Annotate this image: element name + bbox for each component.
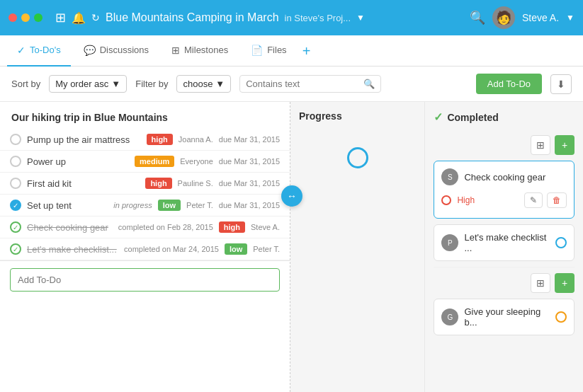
todo-assignee-5: Steve A. bbox=[251, 223, 280, 231]
todo-name-3: First aid kit bbox=[27, 178, 140, 189]
progress-column: Progress bbox=[290, 102, 425, 392]
section-title: Our hiking trip in Blue Mountains bbox=[0, 102, 290, 129]
todo-assignee-3: Pauline S. bbox=[178, 179, 213, 188]
toolbar: Sort by My order asc ▼ Filter by choose … bbox=[0, 67, 583, 102]
bell-icon[interactable]: 🔔 bbox=[72, 11, 86, 25]
task-avatar: S bbox=[441, 168, 458, 185]
tab-milestones-label: Milestones bbox=[184, 45, 228, 55]
lets-make-avatar: P bbox=[441, 234, 458, 251]
delete-button[interactable]: 🗑 bbox=[547, 192, 567, 208]
move-button[interactable]: ⊞ bbox=[531, 135, 550, 155]
todo-name-5: Check cooking gear bbox=[27, 222, 113, 233]
bottom-add-icon: + bbox=[562, 277, 567, 289]
todo-due-6: completed on Mar 24, 2015 bbox=[124, 245, 219, 253]
tab-milestones[interactable]: ⊞ Milestones bbox=[162, 35, 238, 67]
add-to-completed-button[interactable]: + bbox=[555, 135, 574, 155]
user-chevron-icon[interactable]: ▼ bbox=[566, 13, 574, 23]
todo-item[interactable]: Pump up the air mattress high Joanna A. … bbox=[0, 129, 290, 151]
todo-item[interactable]: ✓ Check cooking gear completed on Feb 28… bbox=[0, 217, 290, 238]
todo-priority-4: low bbox=[158, 200, 181, 211]
task-card-row: S Check cooking gear bbox=[441, 168, 567, 185]
filter-label: Filter by bbox=[135, 79, 168, 89]
delete-icon: 🗑 bbox=[553, 195, 561, 205]
filter-select[interactable]: choose ▼ bbox=[176, 75, 231, 93]
header-right: 🔍 🧑 Steve A. ▼ bbox=[470, 6, 574, 29]
resize-handle[interactable]: ↔ bbox=[281, 185, 302, 207]
todo-status-4: in progress bbox=[113, 201, 152, 209]
bottom-add-button[interactable]: + bbox=[555, 273, 574, 293]
todo-name-2: Power up bbox=[27, 156, 129, 167]
edit-button[interactable]: ✎ bbox=[524, 192, 543, 208]
minimize-btn[interactable] bbox=[21, 13, 30, 22]
edit-icon: ✎ bbox=[530, 195, 537, 205]
download-button[interactable]: ⬇ bbox=[550, 74, 572, 94]
task-card-name: Check cooking gear bbox=[464, 172, 567, 183]
progress-header: Progress bbox=[299, 110, 416, 126]
todo-item[interactable]: ✓ Set up tent in progress low Peter T. d… bbox=[0, 195, 290, 217]
todo-priority-2: medium bbox=[135, 156, 174, 167]
todo-check-1 bbox=[10, 134, 21, 145]
main-content: Our hiking trip in Blue Mountains Pump u… bbox=[0, 102, 583, 392]
progress-label: Progress bbox=[299, 110, 342, 122]
search-wrap: 🔍 bbox=[239, 75, 381, 93]
todo-check-2 bbox=[10, 156, 21, 167]
add-todo-input[interactable] bbox=[10, 268, 280, 292]
bottom-section: ⊞ + G Give your sleeping b... bbox=[434, 267, 574, 335]
sort-select[interactable]: My order asc ▼ bbox=[49, 75, 127, 93]
project-subtitle: in Steve's Proj... bbox=[285, 13, 351, 23]
todo-check-5: ✓ bbox=[10, 221, 21, 233]
tab-discussions-label: Discussions bbox=[100, 45, 149, 55]
give-sleeping-avatar-text: G bbox=[448, 313, 453, 321]
close-btn[interactable] bbox=[9, 13, 17, 22]
todo-name-1: Pump up the air mattress bbox=[27, 134, 141, 145]
give-sleeping-circle bbox=[555, 311, 567, 323]
completed-top-actions: ⊞ + bbox=[434, 135, 574, 155]
lets-make-card[interactable]: P Let's make checklist ... bbox=[434, 224, 574, 261]
add-tab-button[interactable]: + bbox=[302, 44, 311, 58]
todo-priority-1: high bbox=[147, 134, 173, 145]
chevron-down-icon[interactable]: ▼ bbox=[356, 13, 365, 23]
priority-label: High bbox=[457, 195, 519, 205]
loading-icon: ↻ bbox=[91, 12, 100, 23]
tab-discussions[interactable]: 💬 Discussions bbox=[74, 35, 159, 67]
todo-item[interactable]: ✓ Let's make checklist... completed on M… bbox=[0, 238, 290, 260]
todo-due-4: due Mar 31, 2015 bbox=[219, 201, 280, 209]
tab-todos[interactable]: ✓ To-Do's bbox=[7, 35, 71, 67]
grid-icon: ⊞ bbox=[55, 10, 66, 25]
right-columns: Progress ✓ Completed ⊞ bbox=[290, 102, 583, 392]
sort-label: Sort by bbox=[11, 79, 40, 89]
todo-item[interactable]: First aid kit high Pauline S. due Mar 31… bbox=[0, 173, 290, 195]
maximize-btn[interactable] bbox=[34, 13, 43, 22]
todo-due-5: completed on Feb 28, 2015 bbox=[118, 223, 213, 231]
milestones-icon: ⊞ bbox=[171, 45, 180, 56]
tab-files[interactable]: 📄 Files bbox=[241, 35, 296, 67]
check-cooking-card[interactable]: S Check cooking gear High ✎ 🗑 bbox=[434, 161, 574, 219]
discussions-icon: 💬 bbox=[84, 45, 96, 56]
add-icon: + bbox=[562, 139, 567, 151]
todo-icon: ✓ bbox=[17, 45, 26, 56]
sort-chevron-icon: ▼ bbox=[111, 79, 120, 89]
sort-value: My order asc bbox=[55, 79, 108, 89]
add-todo-button[interactable]: Add To-Do bbox=[476, 74, 542, 94]
todo-item[interactable]: Power up medium Everyone due Mar 31, 201… bbox=[0, 151, 290, 173]
files-icon: 📄 bbox=[251, 45, 263, 56]
move-icon: ⊞ bbox=[536, 139, 545, 151]
todo-assignee-1: Joanna A. bbox=[179, 135, 213, 144]
header-left: ⊞ 🔔 ↻ Blue Mountains Camping in March in… bbox=[55, 10, 463, 25]
username: Steve A. bbox=[522, 12, 559, 23]
completed-column: ✓ Completed ⊞ + S bbox=[425, 102, 583, 392]
bottom-move-icon: ⊞ bbox=[536, 277, 545, 289]
task-priority-row: High ✎ 🗑 bbox=[441, 190, 567, 211]
todo-priority-5: high bbox=[219, 221, 245, 233]
project-title: Blue Mountains Camping in March bbox=[106, 11, 279, 24]
avatar-text: S bbox=[448, 173, 453, 181]
lets-make-name: Let's make checklist ... bbox=[464, 232, 550, 253]
search-icon: 🔍 bbox=[363, 79, 375, 89]
todo-name-6: Let's make checklist... bbox=[27, 244, 118, 255]
search-input[interactable] bbox=[246, 79, 361, 89]
search-icon[interactable]: 🔍 bbox=[470, 10, 485, 25]
progress-circle bbox=[347, 147, 368, 168]
give-sleeping-card[interactable]: G Give your sleeping b... bbox=[434, 299, 574, 335]
bottom-actions: ⊞ + bbox=[434, 273, 574, 293]
bottom-move-button[interactable]: ⊞ bbox=[531, 273, 550, 293]
